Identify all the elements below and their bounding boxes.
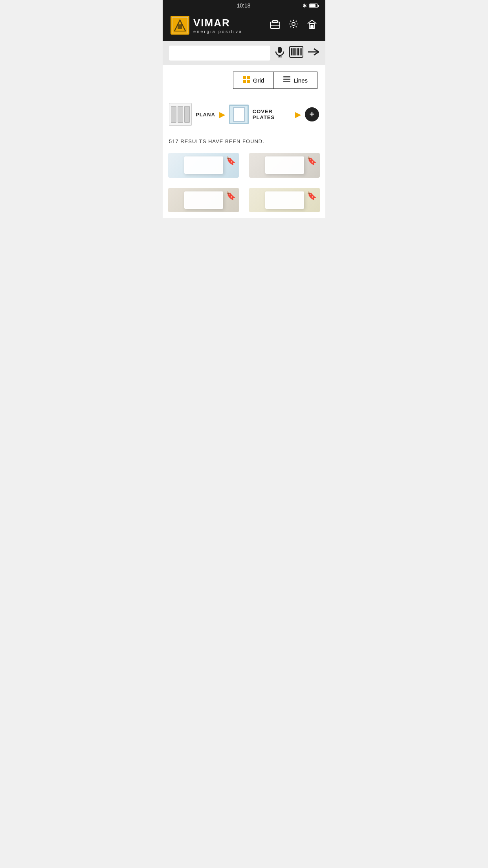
- svg-rect-26: [247, 80, 250, 83]
- home-icon[interactable]: [306, 19, 317, 31]
- product-image-0: 🔖: [168, 153, 239, 178]
- brand-name: VIMAR: [193, 17, 242, 29]
- cover-plates-label: COVER PLATES: [253, 108, 291, 120]
- product-card-3[interactable]: 🔖 14641.04 Plate 1M techn. yellow: [244, 183, 325, 217]
- tagline: energia positiva: [193, 29, 242, 34]
- product-code-3: 14641.04: [249, 217, 320, 218]
- bookmark-icon-3[interactable]: 🔖: [307, 191, 317, 200]
- settings-icon[interactable]: [288, 19, 299, 31]
- search-bar: [163, 41, 325, 65]
- search-input[interactable]: [169, 46, 270, 61]
- header: VIMAR energia positiva: [163, 11, 325, 41]
- svg-rect-25: [243, 80, 246, 83]
- grid-icon: [243, 76, 250, 85]
- svg-rect-10: [311, 26, 313, 28]
- product-card-0[interactable]: 🔖 14641.01 Plate 1M techn. white: [163, 148, 244, 182]
- breadcrumb-arrow-1: ▶: [219, 110, 225, 119]
- logo-area: VIMAR energia positiva: [171, 16, 242, 35]
- breadcrumb-item-plana[interactable]: PLANA: [169, 103, 215, 126]
- svg-rect-28: [283, 79, 290, 80]
- product-card-2[interactable]: 🔖 14641.03 Plate 1M techn. cream: [163, 183, 244, 217]
- product-image-2: 🔖: [168, 188, 239, 213]
- bookmark-icon-1[interactable]: 🔖: [307, 156, 317, 166]
- arrow-right-icon[interactable]: [308, 48, 319, 58]
- add-filter-button[interactable]: +: [305, 107, 319, 121]
- bluetooth-icon: ✱: [303, 3, 307, 9]
- view-toggle: Grid Lines: [163, 65, 325, 95]
- svg-rect-4: [178, 24, 182, 29]
- breadcrumb-arrow-2: ▶: [295, 110, 301, 119]
- vimar-logo-icon: [171, 16, 189, 35]
- lines-label: Lines: [294, 77, 308, 84]
- breadcrumb-item-cover-plates[interactable]: COVER PLATES: [229, 105, 291, 124]
- header-icons: [270, 19, 317, 31]
- logo-text: VIMAR energia positiva: [193, 17, 242, 34]
- grid-label: Grid: [253, 77, 264, 84]
- status-bar: 10:18 ✱: [163, 0, 325, 11]
- mic-icon[interactable]: [275, 46, 284, 60]
- status-icons: ✱: [303, 3, 319, 9]
- briefcase-icon[interactable]: [270, 19, 281, 31]
- plana-thumbnail: [169, 103, 192, 126]
- svg-rect-27: [283, 76, 290, 77]
- results-count: 517 RESULTS HAVE BEEN FOUND.: [163, 134, 325, 147]
- lines-view-button[interactable]: Lines: [273, 72, 317, 89]
- lines-icon: [283, 76, 290, 85]
- status-time: 10:18: [185, 2, 303, 9]
- battery-icon: [309, 4, 319, 8]
- product-code-2: 14641.03: [168, 217, 239, 218]
- bookmark-icon-0[interactable]: 🔖: [226, 156, 236, 166]
- plana-label: PLANA: [196, 112, 215, 118]
- product-card-1[interactable]: 🔖 14641.02 Plate 1M techn. ivory: [244, 148, 325, 182]
- breadcrumb: PLANA ▶ COVER PLATES ▶ +: [163, 95, 325, 134]
- svg-rect-23: [243, 76, 246, 79]
- svg-point-8: [292, 22, 295, 26]
- results-text: 517 RESULTS HAVE BEEN FOUND.: [169, 138, 264, 144]
- product-image-3: 🔖: [249, 188, 320, 213]
- svg-rect-24: [247, 76, 250, 79]
- grid-view-button[interactable]: Grid: [233, 72, 273, 89]
- bookmark-icon-2[interactable]: 🔖: [226, 191, 236, 200]
- barcode-icon[interactable]: [289, 46, 303, 60]
- product-grid: 🔖 14641.01 Plate 1M techn. white 🔖 14641…: [163, 147, 325, 218]
- cover-plates-thumbnail: [229, 105, 249, 124]
- svg-rect-29: [283, 81, 290, 82]
- product-image-1: 🔖: [249, 153, 320, 178]
- svg-rect-11: [278, 47, 282, 53]
